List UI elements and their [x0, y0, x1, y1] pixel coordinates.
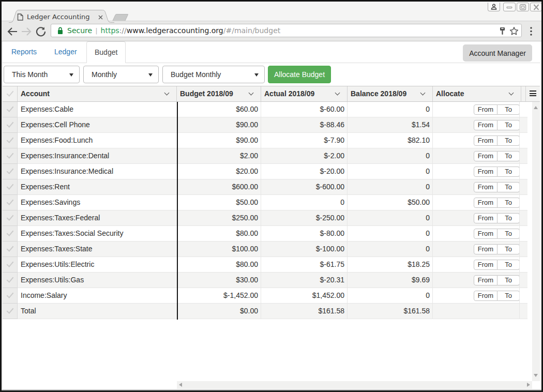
header-allocate[interactable]: Allocate: [433, 86, 521, 101]
balance-cell: 0: [348, 102, 433, 117]
address-bar[interactable]: Secure | https://www.ledgeraccounting.or…: [51, 24, 522, 37]
row-select-cell[interactable]: [2, 179, 18, 195]
bookmark-star-icon[interactable]: [509, 26, 519, 36]
row-select-cell[interactable]: [2, 148, 18, 164]
chevron-down-icon[interactable]: [336, 91, 340, 95]
account-manager-button[interactable]: Account Manager: [463, 44, 532, 62]
allocate-from-button[interactable]: From: [474, 260, 497, 270]
reload-button[interactable]: [33, 21, 49, 41]
scroll-down-icon[interactable]: [534, 374, 538, 377]
minimize-button[interactable]: [503, 3, 516, 11]
header-actual[interactable]: Actual 2018/09: [261, 86, 348, 101]
row-select-cell[interactable]: [2, 242, 18, 257]
scroll-up-icon[interactable]: [534, 106, 538, 109]
allocate-from-button[interactable]: From: [474, 275, 497, 285]
header-select-all[interactable]: [2, 86, 18, 101]
header-budget[interactable]: Budget 2018/09: [177, 86, 261, 101]
check-icon: [7, 231, 13, 235]
allocate-button-group: FromTo: [474, 213, 520, 223]
allocate-to-button[interactable]: To: [497, 198, 520, 208]
secure-label: Secure: [67, 26, 92, 35]
allocate-to-button[interactable]: To: [497, 151, 520, 161]
nav-tab-ledger[interactable]: Ledger: [47, 41, 85, 63]
frequency-select[interactable]: Monthly: [83, 66, 159, 83]
allocate-cell: FromTo: [433, 226, 520, 242]
chevron-down-icon[interactable]: [421, 91, 425, 95]
profile-button[interactable]: [488, 3, 500, 11]
allocate-from-button[interactable]: From: [474, 135, 497, 146]
row-select-cell[interactable]: [2, 133, 18, 148]
account-cell: Expenses:Insurance:Dental: [18, 148, 177, 164]
row-select-cell[interactable]: [2, 210, 18, 226]
row-select-cell[interactable]: [2, 164, 18, 179]
row-select-cell[interactable]: [2, 226, 18, 242]
tab-close-icon[interactable]: [97, 14, 104, 21]
allocate-to-button[interactable]: To: [497, 275, 520, 285]
frozen-column-divider[interactable]: [177, 102, 178, 320]
chevron-down-icon[interactable]: [165, 91, 169, 95]
allocate-to-button[interactable]: To: [497, 229, 520, 239]
budget-cell: $20.00: [177, 164, 261, 179]
allocate-from-button[interactable]: From: [474, 198, 497, 208]
password-key-icon[interactable]: [499, 26, 506, 36]
allocate-button-group: FromTo: [474, 167, 520, 177]
allocate-to-button[interactable]: To: [497, 291, 520, 301]
allocate-to-button[interactable]: To: [497, 167, 520, 177]
allocate-from-button[interactable]: From: [474, 291, 497, 301]
row-select-cell[interactable]: [2, 257, 18, 273]
allocate-from-button[interactable]: From: [474, 104, 497, 115]
nav-tab-reports[interactable]: Reports: [4, 41, 44, 63]
table-row: Expenses:Cell Phone$90.00$-88.46$1.54Fro…: [2, 117, 527, 133]
allocate-cell: FromTo: [433, 273, 520, 288]
allocate-cell: FromTo: [433, 195, 520, 210]
budget-mode-select[interactable]: Budget Monthly: [162, 66, 265, 83]
allocate-to-button[interactable]: To: [497, 182, 520, 192]
check-icon: [7, 246, 13, 251]
allocate-to-button[interactable]: To: [497, 104, 520, 115]
account-cell: Expenses:Cell Phone: [18, 117, 177, 133]
back-button[interactable]: [5, 21, 20, 41]
allocate-to-button[interactable]: To: [497, 260, 520, 270]
allocate-from-button[interactable]: From: [474, 229, 497, 239]
grid-menu-button[interactable]: [526, 86, 540, 101]
header-balance[interactable]: Balance 2018/09: [348, 86, 433, 101]
allocate-to-button[interactable]: To: [497, 213, 520, 223]
account-cell: Expenses:Taxes:Federal: [18, 210, 177, 226]
allocate-from-button[interactable]: From: [474, 244, 497, 254]
vertical-scrollbar[interactable]: [532, 102, 540, 381]
filler-cell: [520, 242, 527, 257]
check-icon: [7, 169, 13, 173]
allocate-budget-button[interactable]: Allocate Budget: [268, 66, 331, 83]
window-close-button[interactable]: [530, 3, 542, 11]
chevron-down-icon[interactable]: [509, 91, 514, 95]
row-select-cell[interactable]: [2, 288, 18, 304]
scroll-right-icon[interactable]: [527, 383, 530, 387]
row-select-cell[interactable]: [2, 102, 18, 117]
menu-kebab-icon[interactable]: [527, 25, 535, 38]
allocate-from-button[interactable]: From: [474, 213, 497, 223]
horizontal-scrollbar[interactable]: [177, 381, 532, 389]
filler-cell: [520, 133, 527, 148]
browser-window: Ledger Accounting: [0, 0, 543, 392]
allocate-to-button[interactable]: To: [497, 135, 520, 146]
allocate-from-button[interactable]: From: [474, 167, 497, 177]
row-select-cell[interactable]: [2, 273, 18, 288]
row-select-cell[interactable]: [2, 117, 18, 133]
balance-cell: 0: [348, 242, 433, 257]
maximize-button[interactable]: [517, 3, 529, 11]
chevron-down-icon[interactable]: [249, 91, 253, 95]
header-account[interactable]: Account: [18, 86, 177, 101]
allocate-from-button[interactable]: From: [474, 182, 497, 192]
actual-cell: $-7.90: [261, 133, 348, 148]
row-select-cell[interactable]: [2, 195, 18, 210]
nav-tab-budget[interactable]: Budget: [86, 41, 126, 63]
scroll-left-icon[interactable]: [179, 383, 182, 387]
allocate-to-button[interactable]: To: [497, 120, 520, 130]
budget-cell: $60.00: [177, 102, 261, 117]
allocate-to-button[interactable]: To: [497, 244, 520, 254]
period-select[interactable]: This Month: [4, 66, 80, 83]
forward-button[interactable]: [19, 21, 34, 41]
allocate-from-button[interactable]: From: [474, 151, 497, 161]
row-select-cell[interactable]: [2, 304, 18, 319]
allocate-from-button[interactable]: From: [474, 120, 497, 130]
